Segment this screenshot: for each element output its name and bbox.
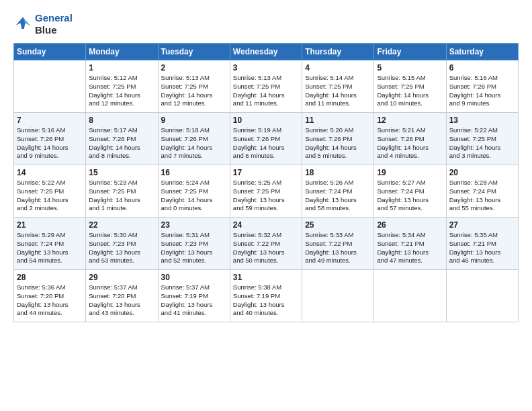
cell-details: Sunrise: 5:25 AM Sunset: 7:25 PM Dayligh… [233,179,299,213]
calendar-cell: 1Sunrise: 5:12 AM Sunset: 7:25 PM Daylig… [86,60,158,113]
calendar-cell: 15Sunrise: 5:23 AM Sunset: 7:25 PM Dayli… [86,165,158,218]
calendar-cell: 2Sunrise: 5:13 AM Sunset: 7:25 PM Daylig… [158,60,230,113]
logo-bird-icon [13,15,32,34]
day-number: 4 [305,63,371,73]
day-number: 23 [161,220,227,230]
cell-details: Sunrise: 5:27 AM Sunset: 7:24 PM Dayligh… [377,179,443,213]
cell-details: Sunrise: 5:30 AM Sunset: 7:23 PM Dayligh… [89,231,154,265]
calendar-cell: 10Sunrise: 5:19 AM Sunset: 7:26 PM Dayli… [230,113,302,165]
cell-details: Sunrise: 5:38 AM Sunset: 7:19 PM Dayligh… [233,283,299,318]
cell-details: Sunrise: 5:33 AM Sunset: 7:22 PM Dayligh… [305,231,371,265]
cell-details: Sunrise: 5:26 AM Sunset: 7:24 PM Dayligh… [305,179,371,213]
calendar-cell [446,270,518,322]
cell-details: Sunrise: 5:12 AM Sunset: 7:25 PM Dayligh… [89,74,154,108]
cell-details: Sunrise: 5:35 AM Sunset: 7:21 PM Dayligh… [449,231,515,265]
day-number: 29 [89,273,154,282]
calendar-cell: 7Sunrise: 5:16 AM Sunset: 7:26 PM Daylig… [14,113,86,165]
header: General Blue [13,12,519,36]
calendar-cell: 9Sunrise: 5:18 AM Sunset: 7:26 PM Daylig… [158,113,230,165]
day-number: 6 [449,63,515,73]
cell-details: Sunrise: 5:36 AM Sunset: 7:20 PM Dayligh… [17,283,83,318]
cell-details: Sunrise: 5:29 AM Sunset: 7:24 PM Dayligh… [17,231,83,265]
logo: General Blue [13,12,73,36]
cell-details: Sunrise: 5:22 AM Sunset: 7:25 PM Dayligh… [449,126,515,161]
calendar-cell: 4Sunrise: 5:14 AM Sunset: 7:25 PM Daylig… [302,60,374,113]
day-number: 31 [233,273,299,282]
calendar-cell: 22Sunrise: 5:30 AM Sunset: 7:23 PM Dayli… [86,218,158,270]
day-number: 13 [449,116,515,125]
cell-details: Sunrise: 5:17 AM Sunset: 7:26 PM Dayligh… [89,126,154,161]
calendar-cell: 30Sunrise: 5:37 AM Sunset: 7:19 PM Dayli… [158,270,230,322]
cell-details: Sunrise: 5:34 AM Sunset: 7:21 PM Dayligh… [377,231,443,265]
calendar-cell [302,270,374,322]
day-number: 24 [233,220,299,230]
cell-details: Sunrise: 5:19 AM Sunset: 7:26 PM Dayligh… [233,126,299,161]
day-number: 19 [377,168,443,177]
weekday-header-thursday: Thursday [302,44,374,60]
calendar-week-row: 21Sunrise: 5:29 AM Sunset: 7:24 PM Dayli… [14,218,519,270]
day-number: 12 [377,116,443,125]
day-number: 18 [305,168,371,177]
cell-details: Sunrise: 5:18 AM Sunset: 7:26 PM Dayligh… [161,126,227,161]
calendar-cell: 18Sunrise: 5:26 AM Sunset: 7:24 PM Dayli… [302,165,374,218]
day-number: 7 [17,116,83,125]
day-number: 20 [449,168,515,177]
day-number: 21 [17,220,83,230]
weekday-header-monday: Monday [86,44,158,60]
calendar-week-row: 1Sunrise: 5:12 AM Sunset: 7:25 PM Daylig… [14,60,519,113]
day-number: 25 [305,220,371,230]
day-number: 28 [17,273,83,282]
cell-details: Sunrise: 5:24 AM Sunset: 7:25 PM Dayligh… [161,179,227,213]
day-number: 15 [89,168,154,177]
cell-details: Sunrise: 5:20 AM Sunset: 7:26 PM Dayligh… [305,126,371,161]
calendar-cell: 16Sunrise: 5:24 AM Sunset: 7:25 PM Dayli… [158,165,230,218]
calendar-cell: 20Sunrise: 5:28 AM Sunset: 7:24 PM Dayli… [446,165,518,218]
weekday-header-wednesday: Wednesday [230,44,302,60]
calendar-cell: 21Sunrise: 5:29 AM Sunset: 7:24 PM Dayli… [14,218,86,270]
calendar-cell: 23Sunrise: 5:31 AM Sunset: 7:23 PM Dayli… [158,218,230,270]
calendar-cell: 29Sunrise: 5:37 AM Sunset: 7:20 PM Dayli… [86,270,158,322]
day-number: 22 [89,220,154,230]
calendar-cell [14,60,86,113]
day-number: 9 [161,116,227,125]
cell-details: Sunrise: 5:32 AM Sunset: 7:22 PM Dayligh… [233,231,299,265]
day-number: 30 [161,273,227,282]
cell-details: Sunrise: 5:37 AM Sunset: 7:20 PM Dayligh… [89,283,154,318]
logo-line2: Blue [35,24,73,36]
day-number: 27 [449,220,515,230]
calendar-cell: 24Sunrise: 5:32 AM Sunset: 7:22 PM Dayli… [230,218,302,270]
day-number: 5 [377,63,443,73]
calendar-cell: 27Sunrise: 5:35 AM Sunset: 7:21 PM Dayli… [446,218,518,270]
cell-details: Sunrise: 5:16 AM Sunset: 7:26 PM Dayligh… [449,74,515,108]
cell-details: Sunrise: 5:37 AM Sunset: 7:19 PM Dayligh… [161,283,227,318]
day-number: 1 [89,63,154,73]
cell-details: Sunrise: 5:13 AM Sunset: 7:25 PM Dayligh… [233,74,299,108]
page: General Blue SundayMondayTuesdayWednesda… [0,0,532,329]
cell-details: Sunrise: 5:22 AM Sunset: 7:25 PM Dayligh… [17,179,83,213]
calendar-cell: 5Sunrise: 5:15 AM Sunset: 7:25 PM Daylig… [374,60,446,113]
day-number: 8 [89,116,154,125]
calendar-cell: 25Sunrise: 5:33 AM Sunset: 7:22 PM Dayli… [302,218,374,270]
calendar-cell: 31Sunrise: 5:38 AM Sunset: 7:19 PM Dayli… [230,270,302,322]
calendar-cell: 6Sunrise: 5:16 AM Sunset: 7:26 PM Daylig… [446,60,518,113]
calendar-week-row: 14Sunrise: 5:22 AM Sunset: 7:25 PM Dayli… [14,165,519,218]
day-number: 17 [233,168,299,177]
weekday-header-row: SundayMondayTuesdayWednesdayThursdayFrid… [14,44,519,60]
logo-text: General Blue [35,12,73,36]
calendar-cell: 28Sunrise: 5:36 AM Sunset: 7:20 PM Dayli… [14,270,86,322]
weekday-header-saturday: Saturday [446,44,518,60]
cell-details: Sunrise: 5:16 AM Sunset: 7:26 PM Dayligh… [17,126,83,161]
day-number: 10 [233,116,299,125]
cell-details: Sunrise: 5:14 AM Sunset: 7:25 PM Dayligh… [305,74,371,108]
calendar-week-row: 7Sunrise: 5:16 AM Sunset: 7:26 PM Daylig… [14,113,519,165]
calendar-week-row: 28Sunrise: 5:36 AM Sunset: 7:20 PM Dayli… [14,270,519,322]
calendar-cell: 8Sunrise: 5:17 AM Sunset: 7:26 PM Daylig… [86,113,158,165]
weekday-header-tuesday: Tuesday [158,44,230,60]
calendar-cell: 17Sunrise: 5:25 AM Sunset: 7:25 PM Dayli… [230,165,302,218]
calendar-cell: 12Sunrise: 5:21 AM Sunset: 7:26 PM Dayli… [374,113,446,165]
cell-details: Sunrise: 5:28 AM Sunset: 7:24 PM Dayligh… [449,179,515,213]
cell-details: Sunrise: 5:23 AM Sunset: 7:25 PM Dayligh… [89,179,154,213]
day-number: 16 [161,168,227,177]
cell-details: Sunrise: 5:21 AM Sunset: 7:26 PM Dayligh… [377,126,443,161]
calendar-cell: 11Sunrise: 5:20 AM Sunset: 7:26 PM Dayli… [302,113,374,165]
